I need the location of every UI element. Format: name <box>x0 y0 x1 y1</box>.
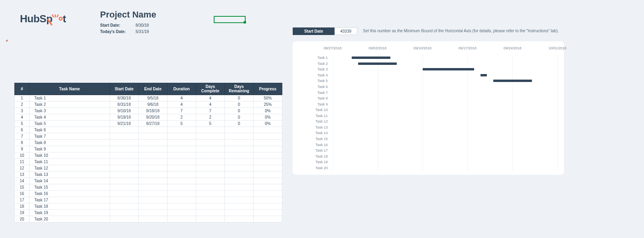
td-end-date[interactable]: 9/20/18 <box>138 114 167 121</box>
table-row[interactable]: 14Task 14 <box>15 178 282 184</box>
td-task-name[interactable]: Task 9 <box>30 146 110 152</box>
td-task-name[interactable]: Task 7 <box>30 133 110 140</box>
td-end-date[interactable] <box>138 197 167 203</box>
td-start-date[interactable] <box>110 216 138 222</box>
td-task-name[interactable]: Task 15 <box>30 184 110 191</box>
td-duration[interactable] <box>167 127 196 133</box>
td-duration[interactable] <box>167 184 196 191</box>
td-days-remaining[interactable] <box>225 140 253 146</box>
table-row[interactable]: 15Task 15 <box>15 184 282 191</box>
td-start-date[interactable]: 9/19/18 <box>110 114 138 121</box>
table-row[interactable]: 9Task 9 <box>15 146 282 152</box>
td-start-date[interactable] <box>110 178 138 184</box>
td-start-date[interactable] <box>110 191 138 197</box>
table-row[interactable]: 7Task 7 <box>15 133 282 140</box>
td-task-name[interactable]: Task 8 <box>30 140 110 146</box>
td-days-complete[interactable] <box>196 172 225 178</box>
td-progress[interactable] <box>253 133 282 140</box>
td-index[interactable]: 19 <box>15 210 30 216</box>
td-index[interactable]: 11 <box>15 159 30 165</box>
td-duration[interactable] <box>167 210 196 216</box>
gantt-bar[interactable] <box>493 80 532 82</box>
td-progress[interactable]: 50% <box>253 95 282 101</box>
td-task-name[interactable]: Task 17 <box>30 197 110 203</box>
td-end-date[interactable] <box>138 210 167 216</box>
td-task-name[interactable]: Task 10 <box>30 152 110 159</box>
td-task-name[interactable]: Task 16 <box>30 191 110 197</box>
td-days-complete[interactable]: 7 <box>196 108 225 114</box>
td-index[interactable]: 12 <box>15 165 30 172</box>
td-task-name[interactable]: Task 12 <box>30 165 110 172</box>
td-days-remaining[interactable] <box>225 210 253 216</box>
td-days-remaining[interactable] <box>225 165 253 172</box>
td-end-date[interactable] <box>138 184 167 191</box>
td-start-date[interactable] <box>110 146 138 152</box>
td-task-name[interactable]: Task 6 <box>30 127 110 133</box>
td-start-date[interactable] <box>110 159 138 165</box>
task-table[interactable]: # Task Name Start Date End Date Duration… <box>14 83 282 222</box>
td-progress[interactable] <box>253 197 282 203</box>
td-end-date[interactable] <box>138 133 167 140</box>
td-progress[interactable] <box>253 184 282 191</box>
td-index[interactable]: 5 <box>15 121 30 127</box>
td-progress[interactable] <box>253 216 282 222</box>
td-start-date[interactable] <box>110 133 138 140</box>
td-days-remaining[interactable] <box>225 216 253 222</box>
table-row[interactable]: 18Task 18 <box>15 203 282 210</box>
td-duration[interactable] <box>167 172 196 178</box>
td-duration[interactable]: 5 <box>167 121 196 127</box>
td-days-remaining[interactable] <box>225 152 253 159</box>
td-start-date[interactable] <box>110 203 138 210</box>
td-progress[interactable] <box>253 210 282 216</box>
td-days-complete[interactable] <box>196 178 225 184</box>
td-duration[interactable]: 2 <box>167 114 196 121</box>
today-date-value[interactable]: 5/31/19 <box>136 29 149 34</box>
td-progress[interactable]: 0% <box>253 121 282 127</box>
td-days-complete[interactable] <box>196 197 225 203</box>
td-progress[interactable] <box>253 146 282 152</box>
td-index[interactable]: 2 <box>15 101 30 108</box>
td-end-date[interactable] <box>138 216 167 222</box>
td-duration[interactable] <box>167 197 196 203</box>
td-duration[interactable] <box>167 146 196 152</box>
td-days-complete[interactable] <box>196 133 225 140</box>
gantt-bar[interactable] <box>352 57 390 59</box>
td-duration[interactable] <box>167 133 196 140</box>
td-days-remaining[interactable]: 0 <box>225 95 253 101</box>
td-duration[interactable] <box>167 191 196 197</box>
td-duration[interactable]: 4 <box>167 95 196 101</box>
td-progress[interactable] <box>253 165 282 172</box>
td-start-date[interactable]: 8/30/18 <box>110 95 138 101</box>
td-start-date[interactable] <box>110 140 138 146</box>
td-duration[interactable] <box>167 203 196 210</box>
td-progress[interactable]: 0% <box>253 114 282 121</box>
td-progress[interactable] <box>253 159 282 165</box>
gantt-bar[interactable] <box>481 74 487 76</box>
td-start-date[interactable] <box>110 184 138 191</box>
td-task-name[interactable]: Task 4 <box>30 114 110 121</box>
td-end-date[interactable] <box>138 203 167 210</box>
table-row[interactable]: 4Task 49/19/189/20/182200% <box>15 114 282 121</box>
td-progress[interactable] <box>253 140 282 146</box>
td-end-date[interactable]: 9/27/18 <box>138 121 167 127</box>
gantt-bar[interactable] <box>423 68 474 70</box>
table-row[interactable]: 16Task 16 <box>15 191 282 197</box>
td-days-remaining[interactable]: 0 <box>225 108 253 114</box>
td-end-date[interactable]: 9/5/18 <box>138 95 167 101</box>
td-start-date[interactable]: 9/10/18 <box>110 108 138 114</box>
td-index[interactable]: 8 <box>15 140 30 146</box>
td-end-date[interactable]: 9/18/18 <box>138 108 167 114</box>
td-end-date[interactable] <box>138 165 167 172</box>
td-duration[interactable]: 4 <box>167 101 196 108</box>
td-duration[interactable] <box>167 140 196 146</box>
td-days-remaining[interactable]: 0 <box>225 121 253 127</box>
td-days-remaining[interactable]: 0 <box>225 101 253 108</box>
td-end-date[interactable] <box>138 146 167 152</box>
table-row[interactable]: 11Task 11 <box>15 159 282 165</box>
table-row[interactable]: 8Task 8 <box>15 140 282 146</box>
td-index[interactable]: 4 <box>15 114 30 121</box>
td-task-name[interactable]: Task 19 <box>30 210 110 216</box>
td-progress[interactable] <box>253 172 282 178</box>
table-row[interactable]: 12Task 12 <box>15 165 282 172</box>
td-start-date[interactable] <box>110 197 138 203</box>
